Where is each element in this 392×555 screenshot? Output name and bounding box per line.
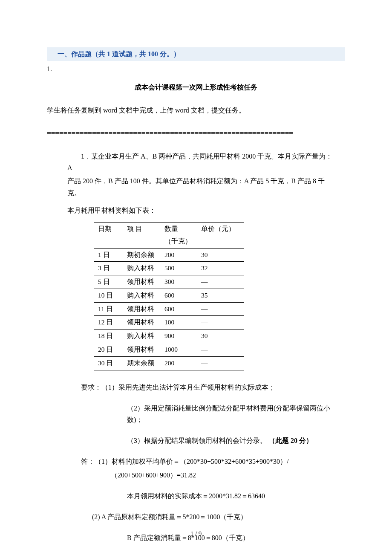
cell-qty: 500 — [160, 262, 197, 275]
table-row: 3 日 购入材料 500 32 — [94, 262, 244, 275]
cell-price: — — [197, 316, 244, 330]
page-footer: 1 / 9 — [0, 529, 392, 539]
th-date: 日期 — [94, 222, 123, 236]
cell-qty: 100 — [160, 316, 197, 330]
cell-date: 3 日 — [94, 262, 123, 275]
cell-price: — — [197, 302, 244, 316]
table-header-row: 日期 项 目 数量 单价（元） — [94, 222, 244, 236]
sub-empty — [197, 236, 244, 248]
requirement-2: （2）采用定额消耗量比例分配法分配甲材料费用(分配率保留两位小数)； — [127, 402, 337, 425]
table-row: 5 日 领用材料 300 — — [94, 275, 244, 289]
table-row: 11 日 领用材料 600 — — [94, 302, 244, 316]
sub-empty — [94, 236, 123, 248]
th-qty-unit: （千克） — [160, 236, 197, 248]
cell-item: 期初余额 — [123, 248, 160, 262]
cell-price: 30 — [197, 330, 244, 343]
problem-line-3: 本月耗用甲材料资料如下表： — [67, 205, 337, 216]
cell-date: 5 日 — [94, 275, 123, 289]
requirement-3-score: （此题 20 分） — [268, 437, 313, 444]
section-header: 一、作品题（共 1 道试题，共 100 分。） — [47, 47, 345, 61]
cell-item: 领用材料 — [123, 316, 160, 330]
answer-block: 答：（1）材料的加权平均单价＝（200*30+500*32+600*35+900… — [81, 456, 337, 555]
answer-line-2: 本月领用材料的实际成本＝2000*31.82＝63640 — [127, 490, 337, 502]
requirement-3-text: （3）根据分配结果编制领用材料的会计分录。 — [127, 437, 268, 444]
cell-price: 30 — [197, 248, 244, 262]
divider-line: ========================================… — [47, 127, 345, 139]
cell-qty: 600 — [160, 302, 197, 316]
cell-item: 领用材料 — [123, 343, 160, 357]
cell-price: — — [197, 275, 244, 289]
cell-qty: 200 — [160, 248, 197, 262]
cell-qty: 300 — [160, 275, 197, 289]
cell-date: 18 日 — [94, 330, 123, 343]
cell-item: 期末余额 — [123, 356, 160, 370]
cell-date: 12 日 — [94, 316, 123, 330]
cell-date: 1 日 — [94, 248, 123, 262]
answer-line-5: 原材料消耗量分配率=2000/（1000+800）＝1.11 — [127, 553, 337, 555]
cell-qty: 1000 — [160, 343, 197, 357]
cell-item: 领用材料 — [123, 275, 160, 289]
cell-price: 32 — [197, 262, 244, 275]
cell-price: 35 — [197, 289, 244, 302]
instruction-text: 学生将任务复制到 word 文档中完成，上传 word 文档，提交任务。 — [47, 105, 345, 116]
problem-line-2: 产品 200 件，B 产品 100 件。其单位产品材料消耗定额为：A 产品 5 … — [67, 175, 337, 198]
material-table: 日期 项 目 数量 单价（元） （千克） 1 日 期初余额 200 30 3 日… — [94, 222, 244, 370]
requirement-3: （3）根据分配结果编制领用材料的会计分录。 （此题 20 分） — [127, 435, 337, 446]
question-number: 1. — [47, 64, 345, 75]
cell-qty: 200 — [160, 356, 197, 370]
table-row: 1 日 期初余额 200 30 — [94, 248, 244, 262]
cell-qty: 600 — [160, 289, 197, 302]
th-item: 项 目 — [123, 222, 160, 236]
document-page: 一、作品题（共 1 道试题，共 100 分。） 1. 成本会计课程第一次网上形成… — [0, 0, 392, 555]
cell-date: 10 日 — [94, 289, 123, 302]
cell-price: — — [197, 356, 244, 370]
table-subheader-row: （千克） — [94, 236, 244, 248]
top-rule — [47, 30, 345, 30]
sub-empty — [123, 236, 160, 248]
th-price: 单价（元） — [197, 222, 244, 236]
cell-item: 购入材料 — [123, 262, 160, 275]
requirement-1: 要求：（1）采用先进先出法计算本月生产领用材料的实际成本； — [81, 382, 337, 393]
table-row: 30 日 期末余额 200 — — [94, 356, 244, 370]
table-row: 20 日 领用材料 1000 — — [94, 343, 244, 357]
document-title: 成本会计课程第一次网上形成性考核任务 — [47, 82, 345, 93]
problem-line-1: 1．某企业本月生产 A、B 两种产品，共同耗用甲材料 2000 千克。本月实际产… — [67, 150, 337, 173]
table-row: 10 日 购入材料 600 35 — [94, 289, 244, 302]
cell-date: 30 日 — [94, 356, 123, 370]
requirements-block: 要求：（1）采用先进先出法计算本月生产领用材料的实际成本； （2）采用定额消耗量… — [81, 382, 337, 447]
table-row: 12 日 领用材料 100 — — [94, 316, 244, 330]
answer-line-3: (2) A 产品原材料定额消耗量＝5*200＝1000（千克） — [92, 511, 337, 523]
cell-date: 20 日 — [94, 343, 123, 357]
answer-line-1b: （200+500+600+900）=31.82 — [111, 469, 337, 481]
cell-item: 领用材料 — [123, 302, 160, 316]
th-qty: 数量 — [160, 222, 197, 236]
cell-item: 购入材料 — [123, 289, 160, 302]
cell-price: — — [197, 343, 244, 357]
cell-item: 购入材料 — [123, 330, 160, 343]
answer-line-1: 答：（1）材料的加权平均单价＝（200*30+500*32+600*35+900… — [81, 456, 337, 467]
cell-qty: 900 — [160, 330, 197, 343]
table-row: 18 日 购入材料 900 30 — [94, 330, 244, 343]
cell-date: 11 日 — [94, 302, 123, 316]
